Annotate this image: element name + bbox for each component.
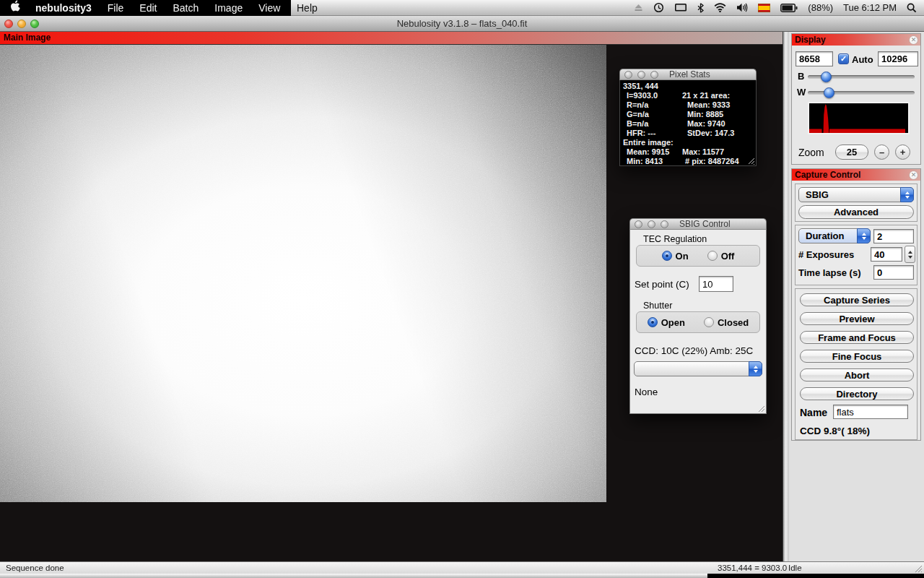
tec-off-option[interactable]: Off — [707, 251, 735, 262]
stat-g: G=n/a — [623, 110, 682, 119]
display-panel-header[interactable]: Display ✕ — [792, 34, 920, 46]
abort-button[interactable]: Abort — [800, 368, 914, 381]
window-title-bar[interactable]: Nebulosity v3.1.8 – flats_040.fit — [0, 16, 924, 32]
main-image-header[interactable]: Main Image — [0, 32, 783, 45]
display-close-icon[interactable]: ✕ — [909, 35, 918, 45]
menu-image[interactable]: Image — [206, 0, 250, 16]
advanced-button[interactable]: Advanced — [798, 205, 914, 219]
zoom-value-button[interactable]: 25 — [835, 144, 868, 160]
radio-on-icon[interactable] — [662, 251, 672, 261]
menu-clock[interactable]: Tue 6:12 PM — [843, 2, 897, 13]
exposures-input[interactable] — [871, 247, 902, 262]
radio-off-icon[interactable] — [704, 317, 714, 327]
entire-mean: Mean: 9915 — [623, 147, 682, 157]
preview-button[interactable]: Preview — [800, 312, 914, 325]
pixel-readout: 3351,444 = 9303.0 — [718, 564, 787, 572]
sbig-body: TEC Regulation On Off Set point (C) Shut… — [629, 230, 767, 414]
spotlight-icon[interactable] — [907, 3, 917, 13]
entire-image-label: Entire image: — [623, 138, 756, 147]
resize-grip-icon[interactable] — [758, 405, 765, 413]
stat-area-mean: Mean: 9333 — [682, 100, 730, 110]
capture-control-panel: Capture Control ✕ SBIG Advanced Duration… — [791, 168, 921, 441]
menu-edit[interactable]: Edit — [131, 0, 165, 16]
sbig-control-window: SBIG Control TEC Regulation On Off Set p… — [629, 218, 767, 414]
menu-app-name[interactable]: nebulosity3 — [27, 0, 100, 16]
tec-groupbox: On Off — [636, 245, 760, 267]
pixel-stats-window: Pixel Stats 3351, 444 I=9303.021 x 21 ar… — [619, 69, 757, 166]
shutter-open-option[interactable]: Open — [648, 317, 685, 328]
window-zoom-icon[interactable] — [650, 71, 658, 79]
pixel-stats-body: 3351, 444 I=9303.021 x 21 area: R=n/aMea… — [619, 80, 757, 166]
timelapse-input[interactable] — [873, 265, 914, 280]
fine-focus-button[interactable]: Fine Focus — [800, 350, 914, 363]
pane-splitter[interactable] — [783, 32, 789, 561]
zoom-in-button[interactable]: + — [895, 144, 910, 160]
capture-panel-header[interactable]: Capture Control ✕ — [792, 169, 920, 181]
shutter-closed-option[interactable]: Closed — [704, 317, 749, 328]
menu-help[interactable]: Help — [291, 0, 326, 16]
time-machine-icon[interactable] — [653, 2, 664, 13]
white-slider-knob[interactable] — [824, 87, 834, 98]
window-close-icon[interactable] — [624, 71, 632, 79]
setpoint-label: Set point (C) — [635, 279, 689, 290]
battery-icon[interactable] — [780, 4, 798, 12]
window-zoom-icon[interactable] — [661, 220, 668, 228]
spain-flag-icon[interactable] — [758, 4, 770, 12]
capture-close-icon[interactable]: ✕ — [909, 171, 918, 180]
window-minimize-icon[interactable] — [637, 71, 645, 79]
name-input[interactable] — [833, 405, 908, 419]
menu-view[interactable]: View — [250, 0, 288, 16]
entire-max: Max: 11577 — [682, 147, 724, 157]
display-icon[interactable] — [674, 3, 687, 13]
apple-menu[interactable] — [0, 0, 27, 16]
directory-button[interactable]: Directory — [800, 387, 914, 400]
exposure-groupbox: Duration # Exposures Time lapse (s) — [795, 225, 918, 285]
resize-grip-icon[interactable] — [748, 158, 755, 165]
menu-status-icons: (88%) Tue 6:12 PM — [634, 2, 924, 13]
radio-on-icon[interactable] — [648, 317, 658, 327]
pixel-stats-title-bar[interactable]: Pixel Stats — [619, 69, 757, 80]
stat-r: R=n/a — [623, 100, 682, 110]
duration-select[interactable]: Duration — [798, 228, 871, 243]
actions-groupbox: Capture Series Preview Frame and Focus F… — [795, 288, 918, 440]
zoom-window-button[interactable] — [30, 20, 39, 28]
shutter-label: Shutter — [643, 301, 672, 311]
entire-npix: # pix: 8487264 — [682, 157, 739, 166]
flat-field-image[interactable] — [0, 45, 606, 502]
window-minimize-icon[interactable] — [648, 220, 655, 228]
close-window-button[interactable] — [4, 20, 13, 28]
filter-select[interactable] — [634, 361, 762, 376]
tec-off-label: Off — [721, 251, 735, 262]
radio-off-icon[interactable] — [707, 251, 718, 261]
timelapse-label: Time lapse (s) — [798, 267, 860, 278]
auto-stretch-checkbox[interactable]: ✓ — [838, 53, 849, 64]
black-level-input[interactable] — [796, 51, 833, 66]
capture-series-button[interactable]: Capture Series — [800, 293, 914, 306]
volume-icon[interactable] — [736, 3, 748, 12]
frame-and-focus-button[interactable]: Frame and Focus — [800, 331, 914, 344]
window-close-icon[interactable] — [635, 220, 642, 228]
menu-file[interactable]: File — [100, 0, 132, 16]
sbig-title-bar[interactable]: SBIG Control — [629, 218, 767, 230]
tec-on-option[interactable]: On — [662, 251, 689, 262]
wifi-icon[interactable] — [714, 3, 726, 12]
stat-area-header: 21 x 21 area: — [682, 91, 730, 100]
camera-select[interactable]: SBIG — [798, 187, 914, 202]
resize-grip-icon[interactable] — [915, 565, 923, 573]
stat-intensity: I=9303.0 — [623, 91, 682, 100]
zoom-label: Zoom — [798, 147, 824, 158]
exposures-stepper[interactable] — [905, 246, 915, 263]
display-panel-title: Display — [792, 35, 826, 45]
setpoint-input[interactable] — [699, 276, 733, 292]
black-slider-knob[interactable] — [821, 72, 832, 82]
cursor-coords: 3351, 444 — [623, 82, 756, 91]
minimize-window-button[interactable] — [17, 20, 26, 28]
zoom-out-button[interactable]: – — [874, 144, 889, 160]
bluetooth-icon[interactable] — [697, 3, 704, 13]
duration-input[interactable] — [873, 229, 914, 243]
eject-icon[interactable] — [634, 3, 643, 12]
stat-area-stdev: StDev: 147.3 — [682, 129, 734, 138]
white-level-input[interactable] — [878, 51, 918, 66]
battery-percent: (88%) — [808, 2, 833, 13]
menu-batch[interactable]: Batch — [165, 0, 206, 16]
